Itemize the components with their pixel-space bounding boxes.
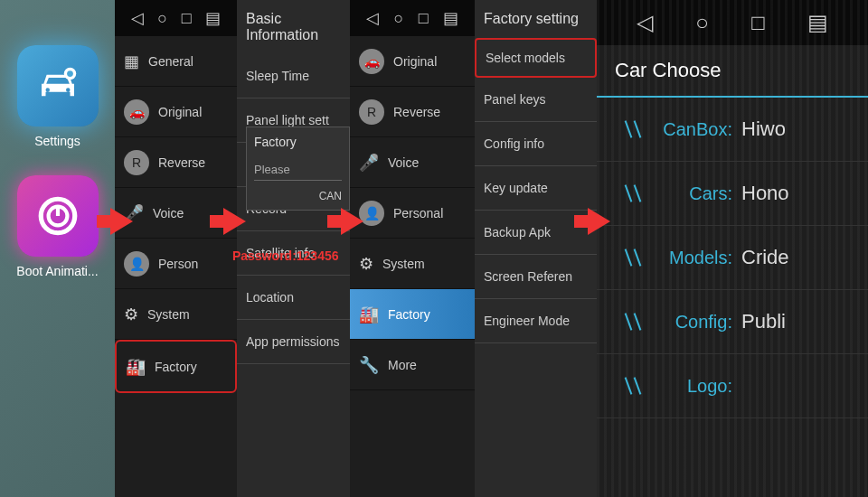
launcher-column: Settings Boot Animati... — [0, 0, 115, 497]
sidebar-item-personal[interactable]: 👤Personal — [350, 188, 475, 239]
dialog-title: Factory — [254, 135, 342, 149]
list-item[interactable]: Config info — [475, 122, 597, 166]
row-value: Hiwo — [741, 117, 786, 141]
sidebar-label: General — [148, 54, 193, 69]
person-icon: 👤 — [124, 251, 149, 277]
sidebar-item-factory[interactable]: 🏭Factory — [350, 289, 475, 340]
list-item[interactable]: Screen Referen — [475, 255, 597, 299]
row-label: Cars: — [597, 183, 741, 204]
boot-animation-label: Boot Animati... — [16, 264, 98, 278]
android-navbar: ◁ ○ □ ▤ — [115, 0, 237, 36]
screenshot-icon[interactable]: ▤ — [443, 8, 458, 28]
mic-icon: 🎤 — [359, 153, 379, 173]
cancel-button[interactable]: CAN — [319, 190, 342, 202]
list-item[interactable]: App permissions — [237, 320, 350, 364]
password-input[interactable]: Please — [254, 163, 342, 181]
car-icon: 🚗 — [124, 99, 149, 125]
gear-icon: ⚙ — [359, 254, 373, 274]
row-label: CanBox: — [597, 119, 741, 140]
row-label: Logo: — [597, 376, 741, 397]
sidebar-label: Factory — [155, 360, 197, 374]
sidebar-item-system[interactable]: ⚙System — [115, 289, 237, 340]
recents-icon[interactable]: □ — [419, 9, 429, 28]
settings-label: Settings — [34, 134, 80, 148]
sidebar-label: Reverse — [393, 105, 440, 119]
sidebar-label: More — [388, 358, 417, 372]
reverse-icon: R — [124, 150, 149, 175]
sidebar-item-factory[interactable]: 🏭Factory — [115, 340, 237, 393]
list-item[interactable]: Panel keys — [475, 78, 597, 122]
sidebar-item-more[interactable]: 🔧More — [350, 340, 475, 390]
row-value: Hono — [741, 182, 789, 205]
arrow-step-3 — [341, 208, 363, 235]
building-icon: 🏭 — [126, 357, 146, 377]
sidebar-label: Personal — [393, 206, 443, 220]
panel-title: Basic Information — [237, 0, 350, 54]
password-hint: Password:123456 — [232, 248, 339, 263]
arrow-step-4 — [588, 208, 610, 235]
panel-title: Factory setting — [475, 0, 597, 38]
building-icon: 🏭 — [359, 305, 379, 324]
settings-sidebar-1: ◁ ○ □ ▤ ▦General 🚗Original RReverse 🎤Voi… — [115, 0, 237, 497]
back-icon[interactable]: ◁ — [131, 8, 144, 28]
row-cars[interactable]: Cars:Hono — [597, 162, 868, 226]
sidebar-item-reverse[interactable]: RReverse — [115, 137, 237, 188]
row-label: Config: — [597, 312, 741, 333]
row-label: Models: — [597, 248, 741, 268]
settings-app-icon[interactable] — [17, 45, 99, 127]
sidebar-item-voice[interactable]: 🎤Voice — [350, 137, 475, 188]
row-config[interactable]: Config:Publi — [597, 290, 868, 354]
power-icon — [35, 193, 80, 239]
sidebar-item-original[interactable]: 🚗Original — [115, 87, 237, 137]
car-icon: 🚗 — [359, 49, 384, 74]
row-logo[interactable]: Logo: — [597, 354, 868, 418]
sidebar-item-personal[interactable]: 👤Person — [115, 239, 237, 289]
sidebar-label: Voice — [388, 155, 419, 170]
list-item[interactable]: Key update — [475, 166, 597, 211]
arrow-step-2 — [223, 208, 246, 235]
recents-icon[interactable]: □ — [182, 9, 192, 28]
home-icon[interactable]: ○ — [157, 9, 167, 28]
home-icon[interactable]: ○ — [393, 9, 403, 28]
grid-icon: ▦ — [124, 52, 139, 71]
basic-info-panel: Basic Information Sleep Time Panel light… — [237, 0, 350, 497]
arrow-step-1 — [110, 208, 133, 235]
sidebar-label: Person — [158, 257, 198, 271]
sidebar-label: Reverse — [158, 155, 205, 170]
list-item-select-models[interactable]: Select models — [475, 38, 597, 78]
android-navbar: ◁ ○ □ ▤ — [350, 0, 475, 36]
sidebar-label: Original — [158, 105, 202, 119]
factory-settings-panel: Factory setting Select models Panel keys… — [475, 0, 597, 497]
sidebar-item-voice[interactable]: 🎤Voice — [115, 188, 237, 239]
list-item[interactable]: Sleep Time — [237, 54, 350, 98]
sidebar-item-reverse[interactable]: RReverse — [350, 87, 475, 137]
back-icon[interactable]: ◁ — [366, 8, 379, 28]
gear-icon: ⚙ — [124, 305, 138, 324]
row-models[interactable]: Models:Cride — [597, 226, 868, 290]
sidebar-label: Factory — [388, 307, 430, 322]
wrench-icon: 🔧 — [359, 355, 379, 375]
sidebar-item-system[interactable]: ⚙System — [350, 239, 475, 289]
reverse-icon: R — [359, 99, 384, 125]
list-item[interactable]: Engineer Mode — [475, 299, 597, 343]
sidebar-label: System — [147, 307, 190, 322]
screenshot-icon[interactable]: ▤ — [205, 8, 221, 28]
settings-sidebar-2: ◁ ○ □ ▤ 🚗Original RReverse 🎤Voice 👤Perso… — [350, 0, 475, 497]
sidebar-item-original[interactable]: 🚗Original — [350, 36, 475, 87]
factory-password-dialog: Factory Please CAN — [246, 127, 350, 211]
sidebar-label: System — [382, 257, 425, 271]
car-gear-icon — [33, 61, 82, 110]
row-value: Cride — [741, 246, 789, 269]
sidebar-label: Original — [393, 54, 437, 69]
row-canbox[interactable]: CanBox:Hiwo — [597, 98, 868, 162]
list-item[interactable]: Location — [237, 276, 350, 320]
boot-animation-app-icon[interactable] — [17, 175, 99, 257]
car-choose-panel: ◁ ○ □ ▤ Car Choose CanBox:Hiwo Cars:Hono… — [597, 0, 868, 497]
sidebar-item-general[interactable]: ▦General — [115, 36, 237, 87]
row-value: Publi — [741, 310, 786, 333]
sidebar-label: Voice — [153, 206, 184, 220]
